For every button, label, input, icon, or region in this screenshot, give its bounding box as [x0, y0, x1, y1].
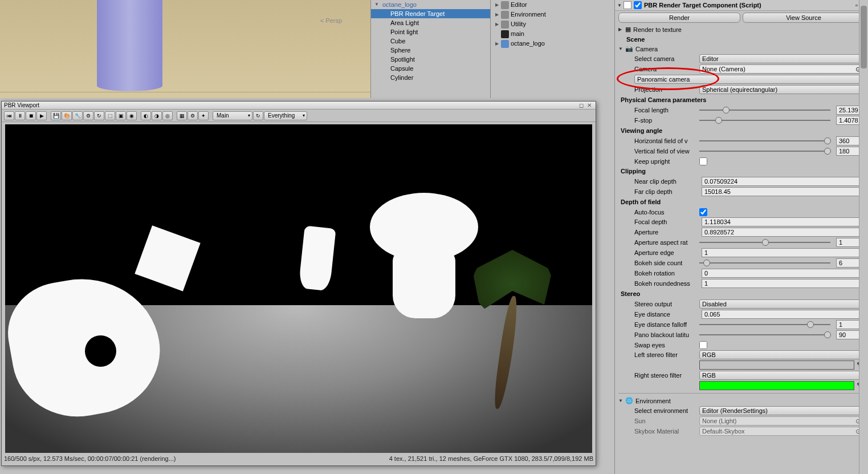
maximize-icon[interactable]: ◻ [577, 102, 585, 108]
projection-dropdown[interactable]: Spherical (equirectangular) [699, 85, 865, 94]
toolbar-btn[interactable]: ⚙ [83, 111, 93, 120]
component-enable-checkbox[interactable] [634, 1, 642, 9]
toolbar-btn[interactable]: 🎨 [62, 111, 72, 120]
project-item[interactable]: ▶Utility [491, 19, 614, 29]
inspector-panel[interactable]: ▼ PBR Render Target Component (Script) ▫… [614, 0, 868, 474]
hierarchy-item[interactable]: Spotlight [371, 55, 490, 64]
foldout-icon[interactable]: ▼ [618, 46, 625, 51]
render-viewport[interactable] [5, 124, 592, 453]
project-item[interactable]: ▶Editor [491, 0, 614, 10]
focal-length-slider[interactable] [699, 106, 830, 114]
camera-object-field[interactable]: None (Camera)⊙ [699, 64, 865, 74]
bokeh-round-input[interactable]: 1 [702, 279, 865, 288]
left-filter-color[interactable] [699, 360, 854, 370]
toolbar-btn[interactable]: ▶ [36, 111, 47, 120]
viewport-title: PBR Viewport [4, 102, 577, 108]
toolbar-btn[interactable]: ↻ [253, 111, 263, 120]
camera-field-label: Camera [618, 66, 699, 72]
near-clip-input[interactable]: 0.07509224 [702, 177, 865, 186]
toolbar-btn[interactable]: 💾 [51, 111, 61, 120]
bokeh-rot-input[interactable]: 0 [702, 269, 865, 278]
pano-blackout-label: Pano blackout latitu [618, 331, 699, 338]
render-button[interactable]: Render [618, 13, 740, 23]
toolbar-btn[interactable]: ✦ [198, 111, 209, 120]
eye-falloff-slider[interactable] [699, 321, 830, 329]
right-filter-dropdown[interactable]: RGB [699, 371, 865, 380]
swap-eyes-checkbox[interactable] [699, 341, 707, 349]
panoramic-camera-dropdown[interactable]: Panoramic camera [634, 75, 865, 84]
horiz-fov-slider[interactable] [699, 137, 830, 145]
hierarchy-item[interactable]: Capsule [371, 64, 490, 73]
vert-fov-slider[interactable] [699, 147, 830, 155]
inspector-scrollbar[interactable] [859, 0, 868, 474]
toolbar-btn[interactable]: ⚙ [188, 111, 198, 120]
stereo-output-dropdown[interactable]: Disabled [699, 299, 865, 309]
foldout-icon[interactable]: ▼ [618, 398, 625, 403]
unity-scene-icon [501, 30, 509, 38]
aperture-edge-input[interactable]: 1 [702, 248, 865, 257]
keep-upright-checkbox[interactable] [699, 157, 707, 165]
camera-select-dropdown[interactable]: Main [213, 111, 252, 120]
scrollbar-thumb[interactable] [861, 6, 867, 68]
viewport-titlebar[interactable]: PBR Viewport ◻ ✕ [2, 102, 596, 110]
right-filter-color[interactable] [699, 381, 854, 390]
eye-distance-input[interactable]: 0.065 [702, 310, 865, 319]
project-panel[interactable]: ▶Editor ▶Environment ▶Utility main ▶octa… [490, 0, 614, 98]
view-source-button[interactable]: View Source [743, 13, 865, 23]
project-item[interactable]: ▶Environment [491, 10, 614, 19]
hierarchy-item[interactable]: Sphere [371, 46, 490, 55]
toolbar-btn[interactable]: ↻ [94, 111, 104, 120]
hierarchy-item-selected[interactable]: PBR Render Target [371, 9, 490, 18]
close-icon[interactable]: ✕ [585, 102, 593, 108]
toolbar-btn[interactable]: ⏸ [15, 111, 25, 120]
toolbar-btn[interactable]: 🔧 [72, 111, 83, 120]
horiz-fov-label: Horizontal field of v [618, 137, 699, 144]
skybox-object-field[interactable]: Default-Skybox⊙ [699, 427, 865, 436]
help-icon[interactable]: ▫ [855, 2, 858, 9]
camera-icon: 📷 [625, 45, 633, 52]
aperture-ratio-slider[interactable] [699, 238, 830, 246]
far-clip-input[interactable]: 15018.45 [702, 187, 865, 196]
sun-object-field[interactable]: None (Light)⊙ [699, 416, 865, 426]
toolbar-btn[interactable]: ◎ [162, 111, 173, 120]
hierarchy-root[interactable]: octane_logo [371, 0, 490, 9]
scene-view[interactable]: < Persp [0, 0, 370, 98]
project-item[interactable]: ▶octane_logo [491, 39, 614, 48]
skybox-label: Skybox Material [618, 428, 699, 435]
aperture-input[interactable]: 0.8928572 [702, 228, 865, 237]
select-camera-dropdown[interactable]: Editor [699, 54, 865, 63]
toolbar-btn[interactable]: ▦ [177, 111, 187, 120]
select-env-dropdown[interactable]: Editor (RenderSettings) [699, 406, 865, 415]
swap-eyes-label: Swap eyes [618, 342, 699, 349]
foldout-icon[interactable]: ▶ [618, 27, 625, 32]
focal-length-label: Focal length [618, 107, 699, 114]
hierarchy-item[interactable]: Area Light [371, 18, 490, 27]
toolbar-btn[interactable]: ⬚ [105, 111, 115, 120]
toolbar-btn[interactable]: ⏮ [4, 111, 14, 120]
hierarchy-item[interactable]: Cube [371, 37, 490, 46]
component-header[interactable]: ▼ PBR Render Target Component (Script) ▫… [615, 0, 868, 11]
toolbar-btn[interactable]: ◉ [127, 111, 137, 120]
project-item[interactable]: main [491, 29, 614, 39]
layers-dropdown[interactable]: Everything [264, 111, 307, 120]
left-filter-dropdown[interactable]: RGB [699, 350, 865, 359]
hierarchy-panel[interactable]: octane_logo PBR Render Target Area Light… [370, 0, 490, 98]
divider [618, 393, 865, 394]
select-camera-label: Select camera [618, 55, 699, 62]
bokeh-sides-slider[interactable] [699, 259, 830, 267]
pbr-viewport-window[interactable]: PBR Viewport ◻ ✕ ⏮ ⏸ ⏹ ▶ 💾 🎨 🔧 ⚙ ↻ ⬚ ▣ ◉… [1, 101, 596, 466]
toolbar-btn[interactable]: ◐ [141, 111, 151, 120]
focal-depth-input[interactable]: 1.118034 [702, 217, 865, 226]
auto-focus-checkbox[interactable] [699, 208, 707, 216]
toolbar-btn[interactable]: ⏹ [26, 111, 36, 120]
pano-blackout-slider[interactable] [699, 331, 830, 339]
dof-header: Depth of field [618, 197, 865, 207]
foldout-icon[interactable]: ▼ [617, 3, 622, 8]
toolbar-btn[interactable]: ◑ [152, 111, 162, 120]
toolbar-btn[interactable]: ▣ [116, 111, 126, 120]
f-stop-slider[interactable] [699, 116, 830, 124]
render-to-texture-icon: ▦ [625, 26, 631, 33]
near-clip-label: Near clip depth [618, 178, 699, 185]
hierarchy-item[interactable]: Point light [371, 27, 490, 37]
hierarchy-item[interactable]: Cylinder [371, 73, 490, 82]
